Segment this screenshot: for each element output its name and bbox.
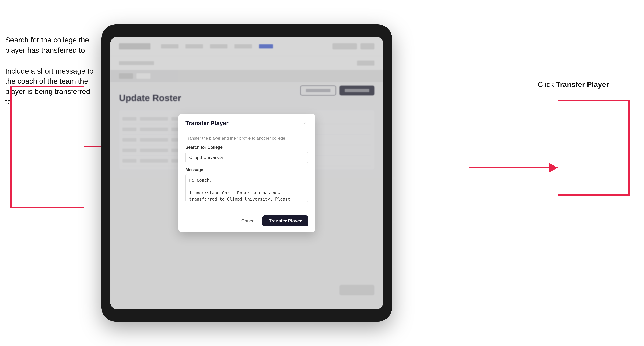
modal-footer: Cancel Transfer Player xyxy=(178,212,315,232)
modal-message-field: Message Hi Coach, I understand Chris Rob… xyxy=(186,167,308,203)
svg-rect-7 xyxy=(558,194,630,196)
annotation-text-message: Include a short message to the coach of … xyxy=(5,66,96,107)
annotation-transfer-player-label: Transfer Player xyxy=(556,80,609,89)
cancel-button[interactable]: Cancel xyxy=(238,216,259,226)
svg-rect-2 xyxy=(10,206,84,208)
annotation-left: Search for the college the player has tr… xyxy=(5,35,96,118)
svg-rect-6 xyxy=(558,100,630,101)
message-textarea[interactable]: Hi Coach, I understand Chris Robertson h… xyxy=(186,174,308,202)
message-label: Message xyxy=(186,167,308,172)
svg-marker-9 xyxy=(549,163,558,173)
annotation-click-prefix: Click xyxy=(538,80,556,89)
svg-rect-5 xyxy=(628,100,630,196)
modal-close-button[interactable]: × xyxy=(301,120,308,127)
modal-overlay: Transfer Player × Transfer the player an… xyxy=(110,37,383,309)
modal-title: Transfer Player xyxy=(186,120,228,127)
transfer-player-button[interactable]: Transfer Player xyxy=(262,215,308,226)
search-college-label: Search for College xyxy=(186,145,308,150)
modal-search-field: Search for College xyxy=(186,145,308,163)
modal-body: Transfer the player and their profile to… xyxy=(178,131,315,212)
ipad-screen: Update Roster xyxy=(110,37,383,309)
annotation-right: Click Transfer Player xyxy=(538,80,609,89)
modal-header: Transfer Player × xyxy=(178,114,315,131)
annotation-text-search: Search for the college the player has tr… xyxy=(5,35,96,56)
transfer-player-modal: Transfer Player × Transfer the player an… xyxy=(178,114,315,232)
ipad-device: Update Roster xyxy=(102,24,392,322)
modal-description: Transfer the player and their profile to… xyxy=(186,136,308,141)
search-college-input[interactable] xyxy=(186,152,308,163)
